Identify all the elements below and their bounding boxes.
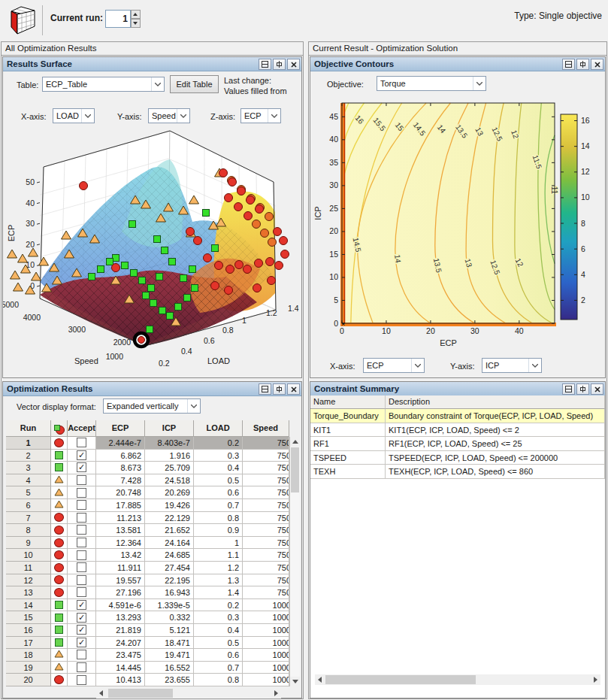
speed-cell[interactable]: 1000: [243, 649, 289, 662]
accept-checkbox-cell[interactable]: ✓: [68, 450, 96, 462]
dock-icon[interactable]: [259, 59, 271, 70]
accept-checkbox-cell[interactable]: [68, 474, 96, 487]
run-number-cell[interactable]: 8: [6, 524, 51, 537]
accept-checkbox-cell[interactable]: ✓: [68, 611, 96, 624]
ecp-cell[interactable]: 13.42: [96, 549, 145, 562]
icp-cell[interactable]: 24.685: [145, 549, 194, 562]
speed-cell[interactable]: 750: [243, 512, 289, 525]
icp-cell[interactable]: 0.332: [145, 611, 194, 624]
ecp-cell[interactable]: 12.364: [96, 537, 145, 550]
accept-checkbox-cell[interactable]: [68, 574, 96, 587]
column-header-ICP[interactable]: ICP: [145, 420, 194, 437]
close-icon[interactable]: [591, 383, 603, 395]
checkbox-checked[interactable]: ✓: [77, 600, 86, 610]
column-header-status-icon[interactable]: [51, 420, 68, 437]
horizontal-scrollbar[interactable]: [96, 688, 281, 698]
constraint-column-header-description[interactable]: Description: [386, 395, 605, 409]
run-number-cell[interactable]: 7: [6, 512, 51, 525]
scroll-up-button[interactable]: [290, 437, 300, 447]
run-number-cell[interactable]: 12: [6, 574, 51, 587]
speed-cell[interactable]: 750: [243, 574, 289, 587]
checkbox-checked[interactable]: ✓: [77, 613, 86, 623]
accept-checkbox-cell[interactable]: [68, 499, 96, 512]
ecp-cell[interactable]: 4.591e-6: [96, 599, 145, 612]
checkbox-unchecked[interactable]: [77, 525, 86, 535]
z-axis-select[interactable]: ECP: [240, 108, 281, 123]
checkbox-checked[interactable]: ✓: [77, 450, 86, 460]
speed-cell[interactable]: 1000: [243, 637, 289, 650]
accept-checkbox-cell[interactable]: [68, 524, 96, 537]
constraint-name-cell[interactable]: RF1: [310, 437, 386, 451]
y-axis-select[interactable]: Speed: [148, 108, 190, 123]
speed-cell[interactable]: 750: [243, 549, 289, 562]
accept-checkbox-cell[interactable]: ✓: [68, 599, 96, 612]
edit-table-button[interactable]: Edit Table: [170, 75, 219, 93]
accept-checkbox-cell[interactable]: [68, 549, 96, 562]
checkbox-unchecked[interactable]: [77, 662, 86, 672]
ecp-cell[interactable]: 8.673: [96, 462, 145, 474]
speed-cell[interactable]: 750: [243, 524, 289, 537]
accept-checkbox-cell[interactable]: [68, 537, 96, 550]
checkbox-unchecked[interactable]: [77, 513, 86, 523]
column-header-Run[interactable]: Run: [6, 420, 51, 437]
load-cell[interactable]: 0.5: [194, 637, 243, 650]
ecp-cell[interactable]: 7.428: [96, 474, 145, 487]
column-header-LOAD[interactable]: LOAD: [194, 420, 243, 437]
icp-cell[interactable]: 24.518: [145, 474, 194, 487]
accept-checkbox-cell[interactable]: [68, 512, 96, 525]
load-cell[interactable]: 0.4: [194, 462, 243, 474]
icp-cell[interactable]: 19.426: [145, 499, 194, 512]
constraint-description-cell[interactable]: KIT1(ECP, ICP, LOAD, Speed) <= 2: [386, 423, 605, 438]
accept-checkbox-cell[interactable]: [68, 486, 96, 499]
column-header-Accept[interactable]: Accept: [68, 420, 96, 437]
checkbox-unchecked[interactable]: [77, 475, 86, 485]
close-icon[interactable]: [591, 59, 603, 70]
ecp-cell[interactable]: 19.557: [96, 574, 145, 587]
load-cell[interactable]: 0.6: [194, 486, 243, 499]
checkbox-unchecked[interactable]: [77, 488, 86, 498]
load-cell[interactable]: 0.6: [194, 649, 243, 662]
spinner-down-button[interactable]: [131, 19, 141, 28]
dock-icon[interactable]: [259, 383, 271, 395]
icp-cell[interactable]: 1.916: [145, 450, 194, 462]
run-number-cell[interactable]: 1: [6, 437, 51, 450]
speed-cell[interactable]: 750: [243, 437, 289, 450]
icp-cell[interactable]: 22.129: [145, 512, 194, 525]
undock-icon[interactable]: [576, 59, 589, 70]
spinner-up-button[interactable]: [131, 10, 141, 19]
checkbox-unchecked[interactable]: [77, 575, 86, 585]
load-cell[interactable]: 0.2: [194, 437, 243, 450]
load-cell[interactable]: 0.3: [194, 611, 243, 624]
speed-cell[interactable]: 750: [243, 499, 289, 512]
constraint-description-cell[interactable]: TSPEED(ECP, ICP, LOAD, Speed) <= 200000: [386, 451, 605, 465]
run-number-cell[interactable]: 11: [6, 562, 51, 574]
objective-contour-plot[interactable]: 1615.51514.51413.51312.51211.51114.51413…: [310, 95, 605, 353]
ecp-cell[interactable]: 23.475: [96, 649, 145, 662]
load-cell[interactable]: 1: [194, 537, 243, 550]
accept-checkbox-cell[interactable]: [68, 662, 96, 674]
icp-cell[interactable]: 8.403e-7: [145, 437, 194, 450]
checkbox-checked[interactable]: ✓: [77, 625, 86, 635]
run-number-cell[interactable]: 17: [6, 637, 51, 650]
ecp-cell[interactable]: 21.819: [96, 624, 145, 637]
load-cell[interactable]: 0.7: [194, 499, 243, 512]
speed-cell[interactable]: 750: [243, 486, 289, 499]
horizontal-scrollbar[interactable]: [315, 674, 600, 685]
accept-checkbox-cell[interactable]: [68, 562, 96, 574]
close-icon[interactable]: [287, 59, 300, 70]
table-select[interactable]: ECP_Table: [42, 77, 165, 92]
run-number-cell[interactable]: 2: [6, 450, 51, 462]
icp-cell[interactable]: 23.655: [145, 674, 194, 686]
accept-checkbox-cell[interactable]: [68, 437, 96, 450]
constraint-name-cell[interactable]: KIT1: [310, 423, 386, 438]
icp-cell[interactable]: 16.552: [145, 662, 194, 674]
ecp-cell[interactable]: 13.293: [96, 611, 145, 624]
checkbox-unchecked[interactable]: [77, 587, 86, 597]
ecp-cell[interactable]: 17.885: [96, 499, 145, 512]
ecp-cell[interactable]: 2.444e-7: [96, 437, 145, 450]
checkbox-unchecked[interactable]: [77, 650, 86, 659]
scrollbar-thumb[interactable]: [325, 675, 476, 684]
constraint-description-cell[interactable]: TEXH(ECP, ICP, LOAD, Speed) <= 860: [386, 465, 605, 479]
icp-cell[interactable]: 20.269: [145, 486, 194, 499]
ecp-cell[interactable]: 13.581: [96, 524, 145, 537]
